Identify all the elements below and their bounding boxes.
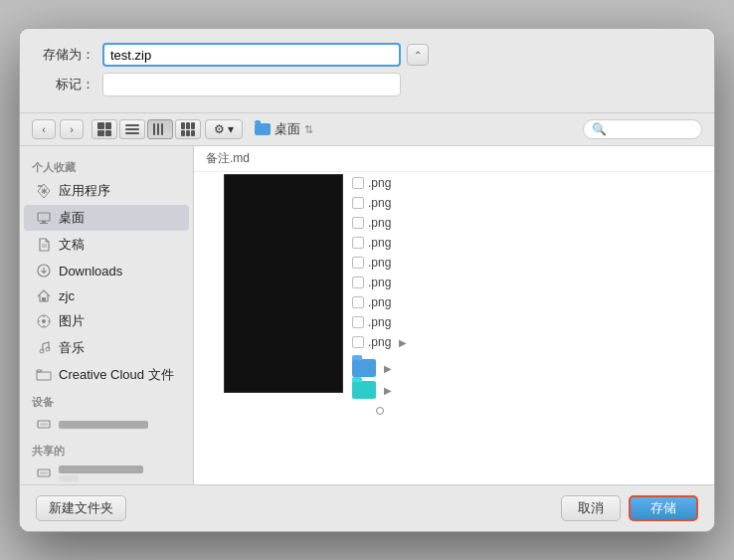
list-item[interactable]: .png [348,214,411,232]
search-input[interactable] [611,122,690,136]
devices-label: 设备 [20,389,193,412]
list-icon [125,122,139,136]
forward-button[interactable]: › [60,119,84,139]
main-area: 个人收藏 ✱ 应用程序 [20,146,714,484]
new-folder-button[interactable]: 新建文件夹 [36,495,126,521]
sidebar-item-device[interactable] [24,413,189,437]
top-bar: 存储为： ⌃ 标记： [20,29,714,113]
save-dialog: 存储为： ⌃ 标记： ‹ › [19,28,715,532]
item-checkbox [352,237,364,249]
folder-arrow: ▶ [384,385,392,396]
sidebar: 个人收藏 ✱ 应用程序 [20,146,194,484]
list-view-button[interactable] [119,119,145,139]
save-as-label: 存储为： [40,46,94,64]
item-checkbox [352,257,364,269]
list-item[interactable]: .png [348,254,411,272]
tags-label: 标记： [40,76,94,93]
list-item-folder-teal[interactable]: ▶ [348,379,411,401]
sidebar-item-apps[interactable]: ✱ 应用程序 [24,178,189,204]
sidebar-item-photos[interactable]: 图片 [24,308,189,334]
item-name: .png [368,295,391,309]
item-name: .png [368,196,391,210]
music-icon [36,340,52,356]
sidebar-item-desktop-label: 桌面 [59,209,85,227]
sidebar-item-docs[interactable]: 文稿 [24,232,189,258]
tags-input[interactable] [102,73,401,96]
sidebar-item-shared[interactable] [24,462,189,484]
svg-rect-2 [42,221,46,223]
svg-rect-3 [40,223,48,224]
apps-icon: ✱ [36,183,52,199]
sidebar-item-creative-label: Creative Cloud 文件 [59,366,174,384]
shared-icon [36,466,52,481]
svg-rect-17 [40,423,48,426]
item-name: .png [368,276,391,289]
svg-rect-1 [38,213,50,221]
location-chevron: ⇅ [304,123,313,136]
creative-folder-icon [36,367,52,383]
desktop-icon [36,210,52,226]
item-name: .png [368,216,391,230]
shared-eject [59,475,79,481]
column-view-button[interactable] [147,119,173,139]
location-name: 桌面 [275,120,300,138]
item-name: .png [368,176,391,190]
list-item-folder-blue[interactable]: ▶ [348,357,411,379]
view-buttons [92,119,201,139]
sidebar-item-downloads[interactable]: Downloads [24,259,189,282]
sidebar-item-docs-label: 文稿 [59,236,85,254]
back-button[interactable]: ‹ [32,119,56,139]
col-icon [153,122,167,136]
item-name: .png [368,236,391,250]
item-checkbox [352,296,364,308]
location-display: 桌面 ⇅ [255,120,313,138]
list-item[interactable]: .png ▶ [348,333,411,351]
sidebar-item-creative[interactable]: Creative Cloud 文件 [24,362,189,388]
sidebar-item-music[interactable]: 音乐 [24,335,189,361]
gallery-icon [181,122,195,136]
item-arrow: ▶ [399,337,407,348]
save-button[interactable]: 存储 [629,495,698,521]
shared-label: 共享的 [20,438,193,461]
sidebar-item-zjc-label: zjc [59,288,75,303]
list-item[interactable]: .png [348,234,411,252]
search-icon: 🔍 [592,122,607,136]
list-item[interactable]: .png [348,293,411,311]
folder-items: ▶ ▶ [348,357,411,401]
toolbar: ‹ › [20,113,714,146]
blue-folder-icon [352,359,376,377]
list-item[interactable]: .png [348,274,411,291]
filename-input[interactable] [102,43,401,67]
gallery-view-button[interactable] [175,119,201,139]
list-item[interactable]: .png [348,194,411,212]
shared-name-bar [59,466,143,473]
item-name: .png [368,315,391,329]
favorites-label: 个人收藏 [20,154,193,177]
action-buttons: 取消 存储 [561,495,698,521]
expand-button[interactable]: ⌃ [407,44,429,66]
action-chevron: ▾ [228,122,234,136]
list-item[interactable]: .png [348,174,411,192]
sidebar-item-downloads-label: Downloads [59,264,122,279]
action-button[interactable]: ⚙ ▾ [205,119,243,139]
cancel-button[interactable]: 取消 [561,495,621,521]
item-checkbox [352,336,364,348]
sidebar-item-zjc[interactable]: zjc [24,283,189,307]
search-box: 🔍 [583,119,702,139]
item-checkbox [352,197,364,209]
sidebar-item-apps-label: 应用程序 [59,182,110,200]
bottom-bar: 新建文件夹 取消 存储 [20,484,714,531]
list-item[interactable]: .png [348,313,411,331]
home-icon [36,287,52,303]
sidebar-item-desktop[interactable]: 桌面 [24,205,189,231]
item-checkbox [352,316,364,328]
teal-folder-icon [352,381,376,399]
scroll-indicator [348,407,411,415]
file-list-header: 备注.md [194,146,714,172]
content-area: 备注.md .png .png .png .p [194,146,714,484]
item-name: .png [368,256,391,270]
item-checkbox [352,177,364,189]
downloads-icon [36,263,52,279]
icon-view-button[interactable] [92,119,117,139]
svg-point-9 [42,319,46,323]
